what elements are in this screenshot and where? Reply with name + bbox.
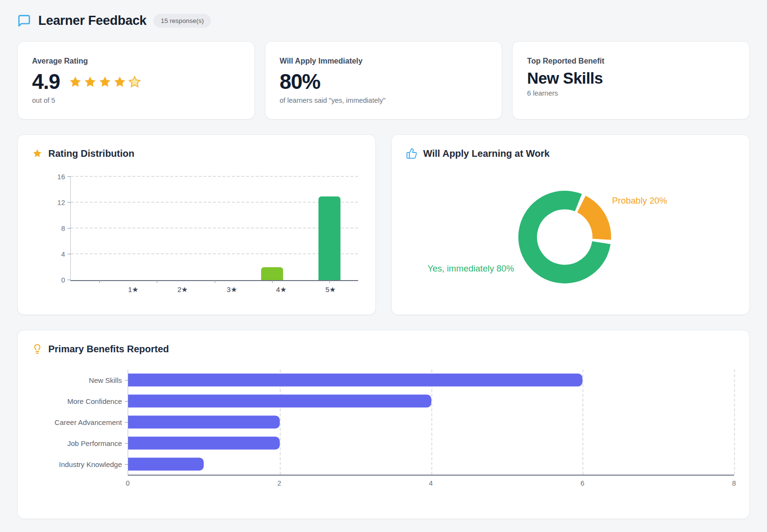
y-tick-label: 4	[61, 251, 65, 258]
x-axis-tick	[157, 280, 157, 283]
star-empty-icon	[128, 75, 142, 89]
y-axis-tick	[67, 176, 71, 177]
y-tick-label: 16	[57, 174, 65, 181]
benefit-category-label: Industry Knowledge	[59, 460, 122, 468]
benefit-row: Job Performance	[128, 433, 734, 454]
stat-subtext: 6 learners	[527, 89, 735, 97]
benefit-bar-new-skills[interactable]	[128, 374, 582, 387]
rating-x-axis-labels: 1★2★3★4★5★	[109, 285, 355, 294]
star-filled-icon	[98, 75, 112, 89]
stat-subtext: out of 5	[32, 97, 240, 104]
benefits-bar-chart: New SkillsMore ConfidenceCareer Advancem…	[32, 369, 735, 488]
benefit-bar-job-performance[interactable]	[128, 437, 280, 450]
stat-value-row: New Skills	[527, 70, 735, 86]
card-title-row: Primary Benefits Reported	[32, 342, 735, 356]
star-filled-icon	[113, 75, 127, 89]
y-axis-tick	[67, 228, 71, 228]
benefit-category-label: Career Advancement	[55, 418, 122, 426]
benefit-bar-more-confidence[interactable]	[128, 395, 431, 408]
y-axis-tick	[125, 401, 128, 402]
x-tick-label: 6	[581, 479, 584, 487]
lightbulb-icon	[32, 344, 43, 354]
benefit-bar-industry-knowledge[interactable]	[128, 458, 204, 471]
average-rating-value: 4.9	[32, 71, 60, 92]
y-axis-tick	[125, 380, 128, 380]
y-axis-tick	[125, 443, 128, 444]
x-tick-label: 2★	[158, 285, 207, 294]
y-tick-label: 0	[61, 277, 65, 284]
benefit-row: New Skills	[128, 369, 734, 391]
y-axis-tick	[67, 254, 71, 254]
x-axis-tick	[99, 280, 100, 283]
chart-title: Rating Distribution	[48, 148, 134, 159]
stat-value-row: 80%	[280, 71, 488, 92]
message-square-icon	[17, 14, 31, 28]
chart-title: Will Apply Learning at Work	[423, 148, 549, 159]
grid-line-y-12	[71, 202, 358, 203]
grid-line-y-8	[71, 228, 358, 228]
page-title: Learner Feedback	[38, 13, 146, 28]
y-tick-label: 12	[57, 199, 65, 206]
benefit-row: Career Advancement	[128, 412, 734, 433]
grid-line-x-8	[734, 369, 735, 475]
benefit-category-label: Job Performance	[67, 439, 122, 447]
benefit-category-label: More Confidence	[67, 397, 122, 405]
stat-card-will-apply: Will Apply Immediately 80% of learners s…	[265, 41, 503, 119]
donut-label-probably: Probably 20%	[612, 195, 667, 206]
x-axis-tick	[272, 280, 273, 283]
benefits-x-axis-labels: 02468	[128, 476, 734, 488]
will-apply-value: 80%	[280, 71, 320, 92]
benefit-bar-career-advancement[interactable]	[128, 416, 280, 429]
x-tick-label: 2	[277, 479, 281, 487]
will-apply-donut-card: Will Apply Learning at Work Yes, immedia…	[391, 134, 750, 315]
x-tick-label: 1★	[109, 285, 158, 294]
benefit-row: More Confidence	[128, 391, 734, 412]
benefits-row: Primary Benefits Reported New SkillsMore…	[17, 330, 750, 519]
rating-distribution-card: Rating Distribution 0481216 1★2★3★4★5★	[17, 134, 376, 315]
rating-bar-chart: 0481216 1★2★3★4★5★	[70, 177, 358, 294]
thumbs-up-icon	[406, 148, 417, 159]
x-tick-label: 4	[429, 479, 433, 487]
card-title-row: Rating Distribution	[32, 146, 361, 161]
stat-label: Top Reported Benefit	[527, 57, 735, 65]
benefit-category-label: New Skills	[89, 376, 122, 384]
top-benefit-value: New Skills	[527, 70, 603, 86]
star-filled-icon	[68, 75, 82, 89]
chart-title: Primary Benefits Reported	[48, 344, 169, 355]
x-axis-tick	[329, 280, 330, 283]
y-tick-label: 8	[61, 225, 65, 232]
stat-card-top-benefit: Top Reported Benefit New Skills 6 learne…	[512, 41, 750, 119]
response-count-badge: 15 response(s)	[153, 14, 211, 28]
rating-plot-area: 0481216	[70, 177, 358, 281]
rating-bar-5-star[interactable]	[318, 196, 340, 281]
page-header: Learner Feedback 15 response(s)	[17, 11, 750, 31]
stat-label: Average Rating	[32, 57, 240, 65]
stat-card-average-rating: Average Rating 4.9 out of 5	[17, 41, 255, 119]
donut-label-yes-immediately: Yes, immediately 80%	[427, 263, 514, 274]
stat-cards-row: Average Rating 4.9 out of 5 Will Apply I…	[17, 41, 750, 119]
star-filled-icon	[83, 75, 97, 89]
charts-row: Rating Distribution 0481216 1★2★3★4★5★ W…	[17, 134, 750, 315]
star-icon	[32, 148, 43, 159]
x-tick-label: 4★	[257, 285, 306, 294]
benefits-plot-area: New SkillsMore ConfidenceCareer Advancem…	[128, 369, 734, 476]
donut-svg	[512, 185, 617, 290]
rating-bar-4-star[interactable]	[261, 267, 283, 280]
y-axis-tick	[67, 280, 71, 280]
grid-line-y-16	[71, 176, 358, 177]
star-rating	[68, 75, 142, 89]
card-title-row: Will Apply Learning at Work	[406, 146, 735, 161]
stat-label: Will Apply Immediately	[280, 57, 488, 65]
donut-chart: Yes, immediately 80% Probably 20%	[406, 164, 735, 304]
primary-benefits-card: Primary Benefits Reported New SkillsMore…	[17, 330, 750, 519]
x-tick-label: 3★	[207, 285, 256, 294]
benefit-row: Industry Knowledge	[128, 454, 734, 475]
y-axis-tick	[67, 202, 71, 203]
x-tick-label: 5★	[306, 285, 355, 294]
learner-feedback-dashboard: Learner Feedback 15 response(s) Average …	[0, 0, 767, 532]
stat-value-row: 4.9	[32, 71, 240, 92]
x-tick-label: 8	[732, 479, 736, 487]
x-tick-label: 0	[126, 479, 130, 487]
grid-line-y-4	[71, 253, 358, 254]
y-axis-tick	[125, 464, 128, 465]
